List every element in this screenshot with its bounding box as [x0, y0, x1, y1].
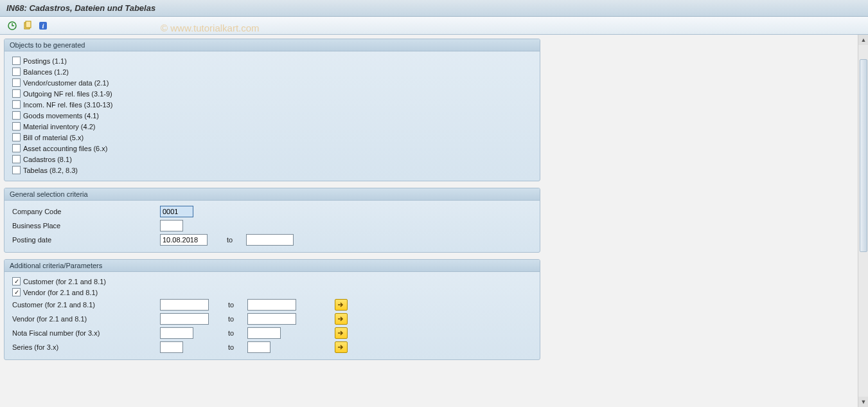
checkbox-vendor-incl[interactable]	[12, 288, 21, 296]
svg-rect-2	[26, 21, 31, 28]
label-cadastros: Cadastros (8.1)	[23, 156, 72, 163]
customer-from-input[interactable]	[160, 299, 209, 311]
group-general-body: Company Code Business Place Posting date…	[4, 201, 540, 252]
execute-icon[interactable]	[6, 20, 18, 32]
series-to-input[interactable]	[247, 341, 270, 353]
checkbox-tabelas[interactable]	[12, 166, 21, 174]
checkbox-bom[interactable]	[12, 133, 21, 141]
series-to-label: to	[209, 343, 247, 351]
vendor-from-input[interactable]	[160, 313, 209, 325]
label-goods-movements: Goods movements (4.1)	[23, 112, 99, 120]
checkbox-outgoing-nf[interactable]	[12, 89, 21, 98]
posting-date-label: Posting date	[12, 236, 160, 244]
vertical-scrollbar[interactable]: ▲ ▼	[858, 35, 868, 407]
series-from-input[interactable]	[160, 341, 183, 353]
checkbox-asset-accounting[interactable]	[12, 144, 21, 152]
right-empty-area: ▲ ▼	[544, 35, 868, 407]
checkbox-material-inventory[interactable]	[12, 122, 21, 131]
nf-number-from-input[interactable]	[160, 327, 193, 339]
checkbox-goods-movements[interactable]	[12, 111, 21, 120]
label-balances: Balances (1.2)	[23, 68, 69, 76]
info-icon[interactable]: i	[37, 20, 49, 32]
customer-range-label: Customer (for 2.1 and 8.1)	[12, 301, 160, 309]
nf-number-to-input[interactable]	[247, 327, 281, 339]
posting-date-to-input[interactable]	[246, 234, 294, 246]
group-general-title: General selection criteria	[4, 188, 540, 201]
label-outgoing-nf: Outgoing NF rel. files (3.1-9)	[23, 90, 112, 98]
group-additional-body: Customer (for 2.1 and 8.1) Vendor (for 2…	[4, 272, 540, 359]
variant-icon[interactable]	[22, 20, 33, 32]
series-label: Series (for 3.x)	[12, 343, 160, 351]
nf-number-to-label: to	[209, 329, 247, 337]
business-place-label: Business Place	[12, 222, 160, 230]
label-bom: Bill of material (5.x)	[23, 134, 84, 141]
posting-date-from-input[interactable]	[160, 234, 208, 246]
label-incoming-nf: Incom. NF rel. files (3.10-13)	[23, 101, 112, 109]
main-panel: Objects to be generated Postings (1.1) B…	[0, 35, 544, 407]
checkbox-postings[interactable]	[12, 57, 21, 65]
vendor-multi-select-button[interactable]	[335, 313, 348, 325]
label-vendor-customer: Vendor/customer data (2.1)	[23, 79, 109, 87]
label-asset-accounting: Asset accounting files (6.x)	[23, 145, 107, 152]
label-postings: Postings (1.1)	[23, 57, 67, 65]
company-code-label: Company Code	[12, 208, 160, 215]
business-place-input[interactable]	[160, 220, 183, 231]
nf-number-multi-select-button[interactable]	[335, 327, 348, 339]
customer-to-label: to	[209, 301, 247, 309]
label-vendor-incl: Vendor (for 2.1 and 8.1)	[23, 289, 98, 296]
label-material-inventory: Material inventory (4.2)	[23, 123, 96, 131]
posting-date-to-label: to	[208, 236, 246, 244]
group-objects-title: Objects to be generated	[4, 39, 540, 51]
scroll-thumb[interactable]	[860, 59, 867, 252]
checkbox-balances[interactable]	[12, 68, 21, 76]
customer-to-input[interactable]	[247, 299, 296, 311]
customer-multi-select-button[interactable]	[335, 299, 348, 311]
title-bar: IN68: Cadastros, Dateien und Tabelas	[0, 0, 868, 17]
nf-number-label: Nota Fiscal number (for 3.x)	[12, 329, 160, 337]
scroll-up-arrow-icon[interactable]: ▲	[858, 35, 868, 45]
vendor-to-input[interactable]	[247, 313, 296, 325]
vendor-range-label: Vendor (for 2.1 and 8.1)	[12, 315, 160, 323]
scroll-down-arrow-icon[interactable]: ▼	[858, 397, 868, 407]
group-general: General selection criteria Company Code …	[4, 188, 540, 253]
label-customer-incl: Customer (for 2.1 and 8.1)	[23, 278, 106, 285]
group-objects: Objects to be generated Postings (1.1) B…	[4, 39, 540, 181]
toolbar: i	[0, 17, 868, 35]
group-objects-body: Postings (1.1) Balances (1.2) Vendor/cus…	[4, 51, 540, 181]
company-code-input[interactable]	[160, 206, 193, 217]
vendor-to-label: to	[209, 315, 247, 323]
page-title: IN68: Cadastros, Dateien und Tabelas	[6, 3, 155, 13]
group-additional: Additional criteria/Parameters Customer …	[4, 259, 540, 360]
series-multi-select-button[interactable]	[335, 341, 348, 353]
checkbox-incoming-nf[interactable]	[12, 100, 21, 109]
label-tabelas: Tabelas (8.2, 8.3)	[23, 167, 78, 174]
checkbox-cadastros[interactable]	[12, 155, 21, 163]
group-additional-title: Additional criteria/Parameters	[4, 260, 540, 272]
content-area: Objects to be generated Postings (1.1) B…	[0, 35, 868, 407]
checkbox-vendor-customer[interactable]	[12, 78, 21, 87]
checkbox-customer-incl[interactable]	[12, 277, 21, 285]
